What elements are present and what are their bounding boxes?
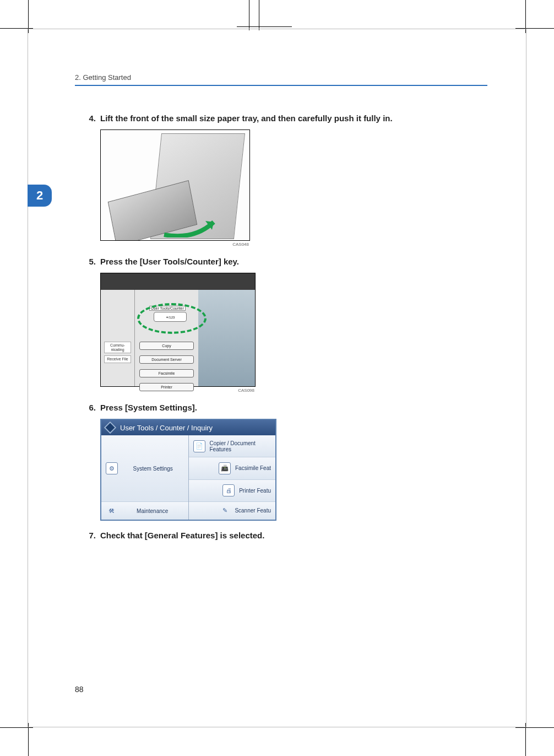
tile-maintenance[interactable]: 🛠 Maintenance	[101, 502, 188, 520]
panel-label-receive-file: Receive File	[104, 355, 131, 363]
figure-tray-push	[100, 129, 250, 241]
figure-user-tools-screen: User Tools / Counter / Inquiry ⚙ System …	[100, 419, 276, 521]
printer-icon: 🖨	[222, 484, 235, 496]
tile-label: Copier / Document Features	[210, 440, 271, 452]
step-text: Check that [General Features] is selecte…	[100, 531, 487, 540]
page-frame: 2. Getting Started 4. Lift the front of …	[28, 29, 526, 727]
crop-mark	[237, 26, 292, 27]
tile-label: Scanner Featu	[235, 507, 271, 514]
page-number: 88	[75, 685, 84, 694]
panel-screen-area	[198, 290, 255, 386]
header-rule	[75, 85, 487, 86]
panel-label-communicating: Commu- nicating	[104, 342, 131, 353]
crop-mark	[28, 0, 29, 33]
step-number: 7.	[80, 531, 100, 540]
tile-printer-features[interactable]: 🖨 Printer Featu	[189, 480, 276, 502]
panel-button-copy[interactable]: Copy	[139, 342, 194, 350]
diamond-icon	[104, 422, 117, 434]
step-number: 4.	[80, 114, 100, 123]
tile-facsimile-features[interactable]: 📠 Facsimile Feat	[189, 457, 276, 479]
step-7: 7. Check that [General Features] is sele…	[80, 531, 487, 540]
chapter-tab: 2	[28, 185, 52, 207]
step-number: 5.	[80, 257, 100, 266]
crop-mark	[28, 723, 29, 756]
figure-control-panel: Commu- nicating Receive File Copy Docume…	[100, 273, 256, 387]
tile-copier-features[interactable]: 📄 Copier / Document Features	[189, 435, 276, 457]
panel-button-facsimile[interactable]: Facsimile	[139, 369, 194, 377]
step-number: 6.	[80, 403, 100, 412]
step-text: Press the [User Tools/Counter] key.	[100, 257, 487, 266]
wrench-icon: 🛠	[106, 505, 117, 516]
crop-mark	[249, 0, 249, 30]
fax-icon: 📠	[219, 462, 231, 474]
screen-title: User Tools / Counter / Inquiry	[120, 424, 213, 432]
screen-titlebar: User Tools / Counter / Inquiry	[101, 420, 275, 435]
crop-mark	[525, 723, 526, 756]
step-5: 5. Press the [User Tools/Counter] key. C…	[80, 257, 487, 393]
crop-mark	[515, 727, 554, 728]
panel-button-document-server[interactable]: Document Server	[139, 355, 194, 364]
tile-scanner-features[interactable]: ✎ Scanner Featu	[189, 502, 276, 520]
crop-mark	[259, 0, 259, 30]
scanner-icon: ✎	[219, 505, 230, 516]
step-text: Lift the front of the small size paper t…	[100, 114, 487, 123]
tile-label: Maintenance	[121, 508, 184, 514]
tile-system-settings[interactable]: ⚙ System Settings	[101, 435, 188, 502]
highlight-oval-icon	[137, 303, 207, 334]
step-6: 6. Press [System Settings]. User Tools /…	[80, 403, 487, 521]
panel-button-printer[interactable]: Printer	[139, 383, 194, 391]
running-head: 2. Getting Started	[75, 73, 487, 82]
gear-icon: ⚙	[106, 462, 118, 474]
crop-mark	[525, 0, 526, 33]
tile-label: System Settings	[122, 466, 184, 472]
panel-left-strip: Commu- nicating Receive File	[101, 290, 135, 386]
push-arrow-icon	[161, 215, 227, 237]
figure-caption: CAS048	[100, 242, 249, 247]
step-text: Press [System Settings].	[100, 403, 487, 412]
tile-label: Facsimile Feat	[235, 465, 271, 471]
copier-icon: 📄	[193, 440, 205, 452]
tile-label: Printer Featu	[239, 488, 271, 494]
step-4: 4. Lift the front of the small size pape…	[80, 114, 487, 247]
